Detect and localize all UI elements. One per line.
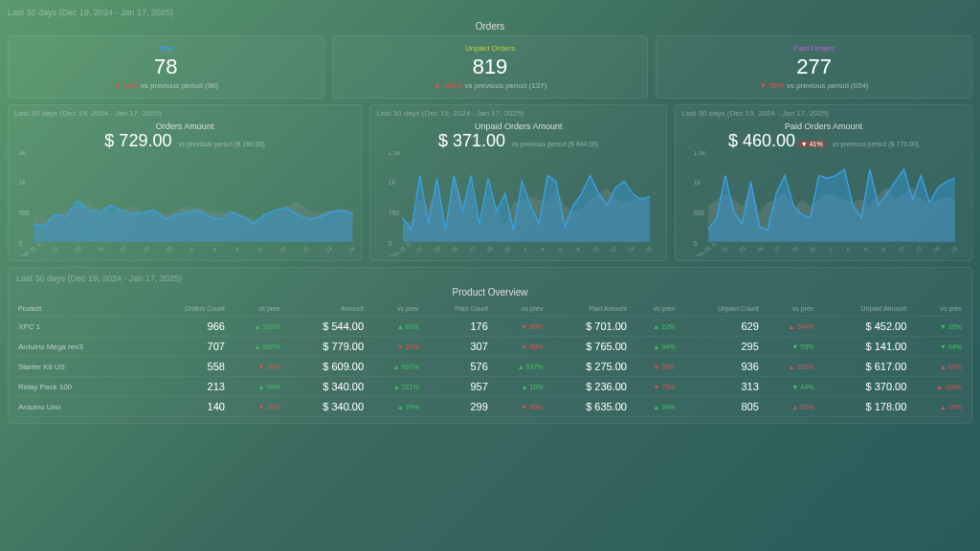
product-name: Arduino Mega rev3 xyxy=(16,337,145,357)
svg-text:2: 2 xyxy=(828,246,834,253)
unpaid-count: 805 xyxy=(677,397,761,417)
amount-delta: ▲ 79% xyxy=(366,397,421,417)
orders-count: 140 xyxy=(145,397,227,417)
period-label-table: Last 30 days (Dec 19, 2024 - Jan 17, 202… xyxy=(16,274,964,283)
svg-text:23: 23 xyxy=(434,245,442,253)
orders-title: Orders xyxy=(8,21,972,32)
card-value: 819 xyxy=(341,55,640,79)
svg-text:6: 6 xyxy=(558,246,564,253)
chart-period: Last 30 days (Dec 19, 2024 - Jan 17, 202… xyxy=(14,109,355,118)
product-name: Arduino Uno xyxy=(16,397,145,417)
card-label: Paid Orders xyxy=(664,44,964,53)
svg-text:21: 21 xyxy=(415,245,424,253)
order-card-0[interactable]: Total 78 ▼ 19% vs previous period (96) xyxy=(8,35,324,99)
card-value: 277 xyxy=(664,55,964,79)
col-header[interactable]: vs prev xyxy=(629,301,677,317)
col-header[interactable]: vs prev xyxy=(908,301,964,317)
paid-amount-delta: ▼ 73% xyxy=(629,377,677,397)
col-header[interactable]: Product xyxy=(16,301,145,317)
orders-section: Last 30 days (Dec 19, 2024 - Jan 17, 202… xyxy=(8,8,972,99)
svg-text:4: 4 xyxy=(845,246,851,253)
svg-text:8: 8 xyxy=(575,246,581,253)
chart-compare: vs previous period ($ 776.00) xyxy=(832,141,919,147)
col-header[interactable]: vs prev xyxy=(490,301,546,317)
card-delta: ▲ 498% vs previous period (137) xyxy=(341,81,640,90)
area-chart: 2k1k5000Dec 19, 2...21232527293124681012… xyxy=(14,151,355,256)
col-header[interactable]: Orders Count xyxy=(145,301,227,317)
svg-text:16: 16 xyxy=(645,245,654,253)
product-name: Relay Pack 100 xyxy=(16,377,145,397)
card-delta: ▼ 19% vs previous period (96) xyxy=(16,81,316,90)
unpaid-count: 936 xyxy=(677,357,761,377)
svg-text:29: 29 xyxy=(143,245,151,253)
svg-text:31: 31 xyxy=(503,245,512,253)
col-header[interactable]: vs prev xyxy=(366,301,421,317)
col-header[interactable]: Paid Amount xyxy=(545,301,629,317)
unpaid-delta: ▼ 44% xyxy=(761,377,816,397)
order-card-1[interactable]: Unpaid Orders 819 ▲ 498% vs previous per… xyxy=(332,35,649,99)
svg-text:27: 27 xyxy=(773,245,782,253)
chart-compare: vs previous period ($ 190.00) xyxy=(178,141,265,147)
amount-chart-1: Last 30 days (Dec 19, 2024 - Jan 17, 202… xyxy=(369,104,667,261)
card-value: 78 xyxy=(16,55,316,79)
orders-delta: ▼ 39% xyxy=(227,357,282,377)
col-header[interactable]: vs prev xyxy=(761,301,816,317)
paid-amount-delta: ▲ 22% xyxy=(629,317,677,337)
svg-text:Dec 19, 2...: Dec 19, 2... xyxy=(694,239,721,256)
svg-text:31: 31 xyxy=(809,245,817,253)
svg-text:25: 25 xyxy=(97,245,105,253)
unpaid-delta: ▼ 53% xyxy=(761,337,816,357)
amount: $ 544.00 xyxy=(282,317,367,337)
amount-chart-0: Last 30 days (Dec 19, 2024 - Jan 17, 202… xyxy=(8,104,362,261)
col-header[interactable]: Amount xyxy=(282,301,367,317)
chart-amount: $ 460.00 xyxy=(728,131,795,151)
card-label: Unpaid Orders xyxy=(341,44,640,53)
chart-compare: vs previous period ($ 944.00) xyxy=(512,141,599,147)
unpaid-amount: $ 617.00 xyxy=(815,357,908,377)
chart-title: Unpaid Orders Amount xyxy=(376,121,660,131)
svg-text:14: 14 xyxy=(932,245,941,253)
unpaid-delta: ▲ 93% xyxy=(761,397,816,417)
unpaid-amount-delta: ▼ 64% xyxy=(908,337,964,357)
paid-count: 307 xyxy=(421,337,490,357)
svg-text:0: 0 xyxy=(694,240,698,247)
table-row[interactable]: XPC 1 966 ▲ 395% $ 544.00 ▲ 93% 176 ▼ 69… xyxy=(16,317,964,337)
svg-text:27: 27 xyxy=(468,245,477,253)
svg-text:0: 0 xyxy=(389,240,392,247)
paid-count: 957 xyxy=(421,377,490,397)
amount-delta: ▲ 221% xyxy=(366,377,421,397)
col-header[interactable]: vs prev xyxy=(227,301,282,317)
svg-text:12: 12 xyxy=(915,245,924,253)
col-header[interactable]: Unpaid Amount xyxy=(815,301,908,317)
chart-title: Paid Orders Amount xyxy=(681,121,966,131)
svg-text:25: 25 xyxy=(756,245,765,253)
svg-text:10: 10 xyxy=(591,245,600,253)
table-row[interactable]: Relay Pack 100 213 ▲ 40% $ 340.00 ▲ 221%… xyxy=(16,377,964,397)
svg-text:Dec 19, 2...: Dec 19, 2... xyxy=(19,239,46,256)
unpaid-amount-delta: ▲ 68% xyxy=(908,357,964,377)
card-label: Total xyxy=(16,44,316,53)
svg-text:750: 750 xyxy=(389,209,399,216)
svg-text:23: 23 xyxy=(74,245,82,253)
svg-text:1k: 1k xyxy=(694,179,702,186)
paid-amount: $ 236.00 xyxy=(545,377,629,397)
amount: $ 609.00 xyxy=(282,357,367,377)
orders-count: 558 xyxy=(145,357,227,377)
table-row[interactable]: Starter Kit US 558 ▼ 39% $ 609.00 ▲ 597%… xyxy=(16,357,964,377)
table-row[interactable]: Arduino Mega rev3 707 ▲ 506% $ 779.00 ▼ … xyxy=(16,337,964,357)
orders-cards: Total 78 ▼ 19% vs previous period (96) U… xyxy=(8,35,972,99)
svg-text:1.5k: 1.5k xyxy=(389,151,401,156)
svg-text:1.5k: 1.5k xyxy=(694,151,706,156)
svg-text:14: 14 xyxy=(627,245,635,253)
col-header[interactable]: Unpaid Count xyxy=(677,301,761,317)
table-row[interactable]: Arduino Uno 140 ▼ 58% $ 340.00 ▲ 79% 299… xyxy=(16,397,964,417)
product-overview-title: Product Overview xyxy=(16,287,964,298)
svg-text:Dec 19, 2...: Dec 19, 2... xyxy=(390,239,416,256)
unpaid-amount: $ 370.00 xyxy=(815,377,908,397)
col-header[interactable]: Paid Count xyxy=(421,301,490,317)
order-card-2[interactable]: Paid Orders 277 ▼ 58% vs previous period… xyxy=(656,35,972,99)
product-overview-card: Last 30 days (Dec 19, 2024 - Jan 17, 202… xyxy=(8,267,972,424)
svg-text:31: 31 xyxy=(165,245,173,253)
area-chart: 1.5k1k7500Dec 19, 2...212325272931246810… xyxy=(376,151,660,256)
svg-text:500: 500 xyxy=(694,209,704,216)
